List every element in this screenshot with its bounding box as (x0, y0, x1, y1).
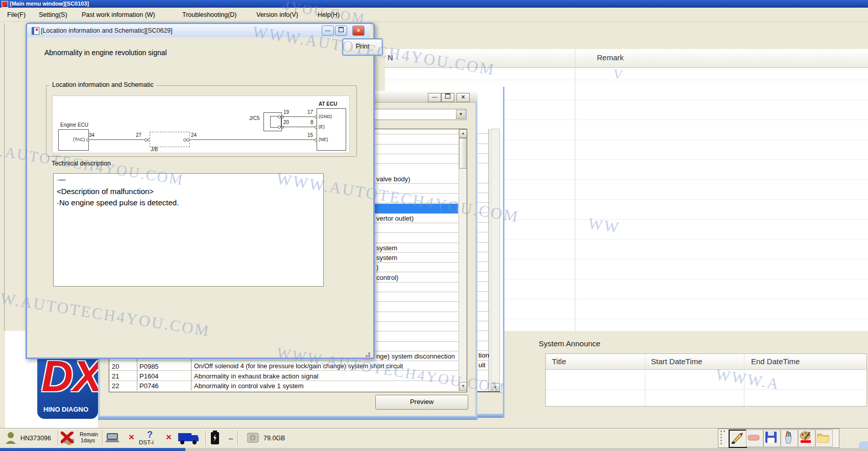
divider (205, 431, 206, 446)
row-fragment[interactable]: ) (376, 264, 378, 271)
maximize-icon (445, 93, 450, 99)
chevron-down-icon[interactable]: ▼ (456, 110, 466, 119)
menu-bar: File(F) Setting(S) Past work information… (0, 8, 868, 22)
print-button[interactable]: Print (342, 38, 383, 56)
pin-34: 34 (89, 132, 94, 138)
disk-space: 79.0GB (263, 435, 285, 442)
pin-8: 8 (310, 120, 314, 125)
main-window-title: [Main menu window][SC0103] (10, 1, 89, 7)
scrollbar-track[interactable] (491, 129, 500, 392)
disconnected-x-icon: × (166, 432, 172, 443)
maximize-icon (339, 27, 344, 32)
dtc-no[interactable]: 22 (112, 382, 119, 390)
gnd-pin-label: (GND) (319, 114, 332, 119)
scrollbar-down-button[interactable]: ▼ (459, 382, 467, 391)
maximize-button[interactable] (441, 93, 454, 102)
preview-button[interactable]: Preview (375, 395, 468, 410)
eraser-tool-button[interactable] (746, 430, 763, 447)
pin-27: 27 (136, 132, 141, 138)
resize-grip[interactable] (368, 352, 370, 354)
palette-tool-button[interactable] (798, 430, 815, 447)
minimize-button[interactable]: — (322, 26, 334, 36)
disconnected-x-icon: × (129, 432, 134, 443)
application-root: [Main menu window][SC0103] File(F) Setti… (0, 0, 868, 451)
laptop-icon (105, 433, 120, 444)
battery-icon (210, 431, 220, 445)
close-button[interactable]: × (456, 93, 470, 102)
col-start-datetime[interactable]: Start DateTime (651, 357, 702, 366)
menu-setting[interactable]: Setting(S) (37, 10, 69, 19)
dtc-desc[interactable]: Abnormality in exhaust brake action sign… (194, 372, 319, 380)
close-button[interactable]: × (352, 26, 365, 36)
menu-troubleshooting[interactable]: Troubleshooting(D) (180, 10, 239, 19)
wire-gnd (281, 116, 317, 117)
menu-help[interactable]: Help(H) (316, 10, 342, 19)
dtc-code[interactable]: P0985 (139, 363, 159, 370)
tac-pin-label: (TAC) (73, 137, 85, 142)
wiring-schematic: Engine ECU (TAC) 34 27 J/B 24 J/C5 (52, 96, 350, 153)
scrollbar-up-button[interactable]: ▲ (459, 129, 467, 138)
window-body (477, 392, 503, 414)
system-announce-table: Title Start DateTime End DateTime (545, 353, 867, 407)
connector-dot (281, 126, 284, 129)
remain-days: 1days (81, 437, 95, 443)
row-fragment[interactable]: system (376, 254, 397, 262)
dtc-desc[interactable]: Abnormality in control valve 1 system (194, 382, 304, 390)
dtc-scrollbar[interactable]: ▲ ▼ (459, 129, 467, 391)
column-header-fragment: N (388, 53, 393, 62)
technical-description-title: Technical description (52, 160, 111, 167)
row-fragment[interactable]: vertor outlet) (376, 215, 414, 222)
menu-version-info[interactable]: Version info(V) (254, 10, 300, 19)
text-fragment: tion (478, 351, 489, 359)
pencil-tool-button[interactable] (729, 430, 747, 448)
location-schematic-dialog: [Location information and Schematic][SC0… (26, 22, 375, 359)
technical-description-box: ·— <Description of malfunction> ·No engi… (53, 173, 324, 287)
dtc-code[interactable]: P0746 (139, 382, 159, 390)
window-bottom-border (98, 416, 477, 420)
remark-column-header: Remark (597, 53, 624, 62)
pin-15: 15 (307, 132, 313, 138)
schematic-groupbox: Location information and Schematic Engin… (46, 85, 357, 157)
hdd-icon (247, 432, 259, 443)
dtc-no[interactable]: 21 (112, 372, 119, 380)
user-id: HN373096 (20, 435, 51, 442)
menu-file[interactable]: File(F) (5, 10, 28, 19)
ne-pin-label: (NE) (319, 137, 328, 142)
table-row-partial[interactable]: nge) system disconnection (376, 352, 455, 360)
truck-icon (177, 431, 200, 445)
row-fragment[interactable]: control) (376, 274, 398, 281)
divider (237, 431, 238, 446)
dtc-desc[interactable]: On/Off solenoid 4 (for line pressure loc… (194, 363, 403, 370)
folder-button[interactable] (815, 430, 833, 447)
result-table-header (385, 49, 868, 68)
dtc-no[interactable]: 20 (112, 363, 119, 370)
toolbar-drag-handle[interactable] (720, 431, 727, 445)
battery-state: – (229, 434, 233, 442)
row-fragment[interactable]: valve body) (376, 175, 410, 183)
scrollbar-thumb[interactable] (459, 138, 467, 169)
taskbar-sliver (185, 448, 868, 451)
column-divider (744, 354, 744, 406)
column-divider (575, 49, 575, 331)
network-error-icon (61, 432, 77, 445)
col-end-datetime[interactable]: End DateTime (751, 357, 800, 366)
minimize-button[interactable]: — (428, 93, 441, 102)
menu-past-work[interactable]: Past work information (W) (80, 10, 157, 19)
save-button[interactable] (763, 430, 781, 447)
row-fragment[interactable]: system (376, 244, 397, 252)
wire-e (281, 127, 317, 127)
col-title[interactable]: Title (552, 357, 566, 366)
pen-cup-button[interactable] (781, 430, 798, 447)
brand-text: HINO DIAGNO (43, 406, 88, 413)
window-right-border (503, 87, 504, 418)
row-gridline (546, 389, 866, 390)
maximize-button[interactable] (335, 26, 347, 36)
dtc-code[interactable]: P1604 (139, 372, 159, 380)
system-announce-table-header (546, 354, 866, 370)
tech-line: ·No engine speed pulse is detected. (57, 198, 179, 207)
text-fragment: uit (478, 361, 486, 369)
system-announce-title: System Announce (539, 339, 600, 348)
dialog-icon (32, 27, 39, 35)
jb-label: J/B (151, 147, 158, 152)
pin-17: 17 (307, 109, 313, 115)
